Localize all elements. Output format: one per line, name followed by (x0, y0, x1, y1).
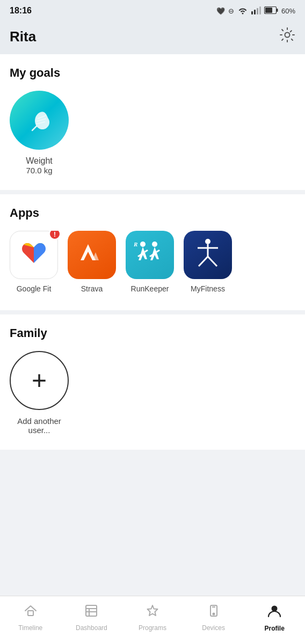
wifi-icon (237, 6, 248, 16)
svg-point-25 (213, 613, 214, 615)
add-user-button[interactable]: + (10, 351, 69, 410)
apps-title: Apps (10, 206, 295, 220)
home-icon (23, 603, 38, 622)
goal-weight-value: 70.0 kg (26, 166, 52, 175)
nav-item-timeline[interactable]: Timeline (4, 603, 57, 632)
svg-rect-20 (86, 605, 97, 616)
google-fit-icon: ! (10, 231, 58, 279)
goal-circle (10, 91, 69, 150)
nav-item-devices[interactable]: Devices (187, 603, 241, 632)
svg-rect-5 (265, 8, 272, 13)
svg-point-14 (205, 239, 210, 244)
heart-icon: 🖤 (216, 7, 225, 15)
app-strava-label: Strava (81, 284, 103, 293)
svg-point-11 (140, 241, 146, 247)
strava-icon (68, 231, 116, 279)
svg-line-18 (208, 257, 217, 266)
battery-percent: 60% (281, 7, 295, 15)
status-icons: 🖤 ⊖ (216, 6, 295, 16)
svg-rect-2 (257, 8, 258, 14)
star-icon (145, 603, 160, 622)
svg-rect-3 (259, 6, 261, 14)
nav-item-dashboard[interactable]: Dashboard (64, 603, 118, 632)
svg-line-17 (199, 257, 208, 266)
app-google-fit-label: Google Fit (17, 284, 52, 293)
goal-weight-label: Weight (26, 156, 53, 166)
family-section: Family + Add another user... (0, 314, 305, 450)
add-user-item[interactable]: + Add another user... (10, 351, 69, 435)
signal-icon (251, 6, 261, 16)
app-runkeeper[interactable]: R RunKeeper (126, 231, 174, 293)
page-title: Rita (10, 28, 36, 45)
bottom-nav: Timeline Dashboard Programs (0, 596, 305, 644)
header: Rita (0, 21, 305, 54)
nav-devices-label: Devices (202, 624, 225, 632)
app-runkeeper-label: RunKeeper (131, 284, 169, 293)
profile-icon (266, 603, 282, 623)
svg-point-12 (152, 241, 157, 247)
settings-icon[interactable] (279, 27, 295, 47)
nav-timeline-label: Timeline (18, 624, 42, 632)
app-strava[interactable]: Strava (68, 231, 116, 293)
goal-weight[interactable]: Weight 70.0 kg (10, 91, 69, 175)
add-user-label: Add another user... (10, 416, 69, 435)
nav-item-programs[interactable]: Programs (126, 603, 179, 632)
status-time: 18:16 (10, 6, 32, 16)
svg-rect-19 (28, 611, 33, 616)
family-title: Family (10, 326, 295, 340)
app-google-fit[interactable]: ! Google Fit (10, 231, 58, 293)
svg-rect-0 (251, 11, 253, 14)
svg-text:R: R (133, 241, 137, 247)
nav-item-profile[interactable]: Profile (248, 603, 301, 632)
battery-icon (264, 6, 278, 16)
myfitnesspal-icon (184, 231, 232, 279)
status-bar: 18:16 🖤 ⊖ (0, 0, 305, 21)
goals-title: My goals (10, 66, 295, 80)
runkeeper-icon: R (126, 231, 174, 279)
apps-section: Apps ! Google Fit (0, 194, 305, 310)
app-myfitnesspal-label: MyFitness (191, 284, 225, 293)
nav-profile-label: Profile (265, 625, 285, 632)
dashboard-icon (84, 603, 99, 622)
app-myfitnesspal[interactable]: MyFitness (184, 231, 232, 293)
svg-rect-1 (254, 10, 256, 14)
goals-section: My goals Weight 70.0 kg (0, 54, 305, 190)
svg-rect-6 (277, 9, 278, 12)
plus-icon: + (32, 368, 47, 393)
svg-point-7 (285, 33, 290, 38)
devices-icon (206, 603, 221, 622)
dnd-icon: ⊖ (228, 7, 234, 15)
nav-dashboard-label: Dashboard (76, 624, 107, 632)
nav-programs-label: Programs (139, 624, 166, 632)
google-fit-badge: ! (49, 231, 61, 240)
apps-row: ! Google Fit (10, 231, 295, 295)
svg-point-27 (272, 606, 278, 612)
